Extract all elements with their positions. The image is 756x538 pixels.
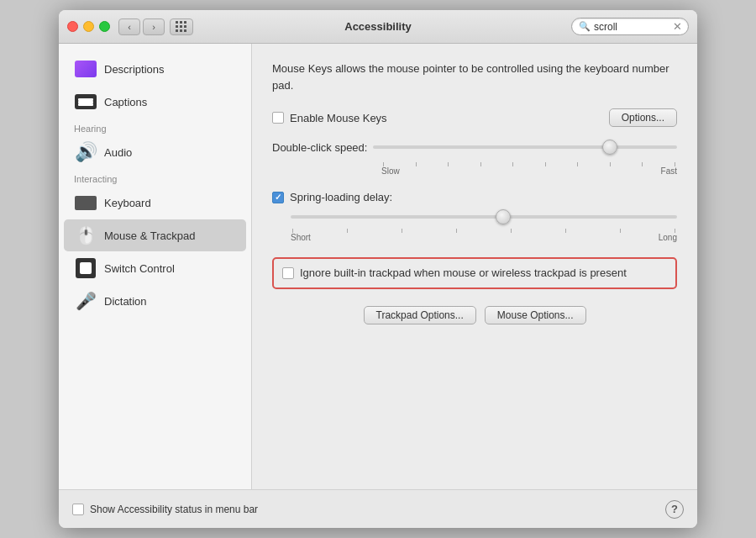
audio-icon: 🔊 <box>74 140 97 164</box>
double-click-speed-slider[interactable] <box>373 139 677 156</box>
search-input[interactable] <box>594 21 669 33</box>
slider-slow-label: Slow <box>381 166 400 176</box>
sidebar-item-keyboard[interactable]: Keyboard <box>64 187 246 219</box>
enable-mouse-keys-label: Enable Mouse Keys <box>290 112 387 124</box>
spring-loading-section: Spring-loading delay: <box>272 191 677 242</box>
keyboard-icon <box>74 191 97 214</box>
search-icon: 🔍 <box>579 21 591 32</box>
nav-buttons: ‹ › <box>118 18 165 35</box>
footer-checkbox-row: Show Accessibility status in menu bar <box>72 504 258 515</box>
sidebar-item-keyboard-label: Keyboard <box>104 197 151 209</box>
forward-button[interactable]: › <box>143 18 165 35</box>
sidebar-item-captions[interactable]: Captions <box>64 86 246 118</box>
traffic-lights <box>67 21 110 32</box>
sidebar-item-audio[interactable]: 🔊 Audio <box>64 136 246 168</box>
spring-loading-slider[interactable] <box>291 208 677 225</box>
help-button[interactable]: ? <box>665 500 684 519</box>
enable-mouse-keys-checkbox[interactable] <box>272 112 284 124</box>
main-panel: Mouse Keys allows the mouse pointer to b… <box>252 44 697 489</box>
spring-loading-label: Spring-loading delay: <box>290 191 392 203</box>
slider-track <box>373 145 677 149</box>
close-button[interactable] <box>67 21 78 32</box>
minimize-button[interactable] <box>83 21 94 32</box>
enable-mouse-keys-row: Enable Mouse Keys Options... <box>272 108 677 127</box>
ignore-trackpad-option: Ignore built-in trackpad when mouse or w… <box>272 257 677 289</box>
sidebar-item-descriptions[interactable]: Descriptions <box>64 53 246 85</box>
descriptions-icon <box>74 57 97 81</box>
sidebar-item-mouse-trackpad-label: Mouse & Trackpad <box>104 229 195 242</box>
double-click-speed-section: Double-click speed: <box>272 139 677 176</box>
maximize-button[interactable] <box>99 21 110 32</box>
content-area: Descriptions Captions Hearing 🔊 Audio In… <box>59 44 697 489</box>
dictation-icon: 🎤 <box>74 289 97 313</box>
grid-view-button[interactable] <box>170 18 193 35</box>
mouse-options-button[interactable]: Mouse Options... <box>485 306 586 324</box>
window-title: Accessibility <box>344 20 412 33</box>
options-button[interactable]: Options... <box>609 108 677 127</box>
spring-loading-checkbox[interactable] <box>272 192 284 203</box>
sidebar-item-dictation-label: Dictation <box>104 295 147 308</box>
spring-loading-track <box>291 215 677 219</box>
section-interacting: Interacting <box>59 169 251 186</box>
sidebar-item-dictation[interactable]: 🎤 Dictation <box>64 285 246 317</box>
ignore-trackpad-label: Ignore built-in trackpad when mouse or w… <box>300 266 627 281</box>
show-status-label: Show Accessibility status in menu bar <box>90 504 258 515</box>
sidebar-item-switch-control-label: Switch Control <box>104 262 175 275</box>
switch-control-icon <box>74 256 97 280</box>
slider-long-label: Long <box>659 233 677 242</box>
trackpad-options-button[interactable]: Trackpad Options... <box>364 306 476 324</box>
footer: Show Accessibility status in menu bar ? <box>59 489 697 528</box>
captions-icon <box>74 90 97 113</box>
search-clear-button[interactable]: ✕ <box>673 20 682 33</box>
show-status-checkbox[interactable] <box>72 504 84 515</box>
section-hearing: Hearing <box>59 119 251 135</box>
main-window: ‹ › Accessibility 🔍 ✕ Description <box>59 10 697 528</box>
sidebar-item-mouse-trackpad[interactable]: 🖱️ Mouse & Trackpad <box>64 219 246 251</box>
slider-thumb-spring[interactable] <box>496 209 511 224</box>
sidebar-item-captions-label: Captions <box>104 96 147 108</box>
slider-short-label: Short <box>291 233 311 242</box>
sidebar-item-audio-label: Audio <box>104 146 132 159</box>
back-button[interactable]: ‹ <box>118 18 140 35</box>
titlebar: ‹ › Accessibility 🔍 ✕ <box>59 10 697 44</box>
description-text: Mouse Keys allows the mouse pointer to b… <box>272 61 677 93</box>
bottom-buttons: Trackpad Options... Mouse Options... <box>272 306 677 324</box>
sidebar-item-switch-control[interactable]: Switch Control <box>64 252 246 284</box>
sidebar: Descriptions Captions Hearing 🔊 Audio In… <box>59 44 252 489</box>
sidebar-item-descriptions-label: Descriptions <box>104 63 165 76</box>
slider-thumb-double-click[interactable] <box>602 140 617 155</box>
mouse-trackpad-icon: 🖱️ <box>74 224 97 247</box>
search-box: 🔍 ✕ <box>571 18 689 35</box>
slider-fast-label: Fast <box>661 166 677 176</box>
ignore-trackpad-checkbox[interactable] <box>282 267 294 279</box>
double-click-speed-label: Double-click speed: <box>272 141 373 154</box>
grid-icon <box>176 21 187 33</box>
